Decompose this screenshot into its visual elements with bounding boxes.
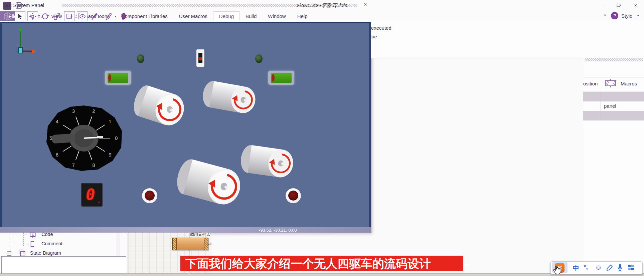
- select-cursor-icon[interactable]: [15, 11, 25, 21]
- solid-object-icon[interactable]: [118, 12, 128, 21]
- macro-label-cn: 调用元件宏: [190, 232, 211, 238]
- flowcode-window: ▾ Flowcode - 四驱车.fcfx – × FileEditViewCo…: [0, 0, 644, 276]
- 3d-panel-close-icon[interactable]: ✕: [363, 2, 367, 7]
- dial-number: 4: [56, 118, 58, 124]
- led-component[interactable]: [255, 54, 263, 63]
- dial-number: 3: [72, 108, 75, 114]
- pan-icon[interactable]: [27, 11, 38, 21]
- battery-component[interactable]: [268, 71, 294, 85]
- position-header-fragment: osition: [583, 81, 598, 86]
- push-button-component[interactable]: [142, 188, 157, 203]
- caret-down-icon[interactable]: ▾: [129, 15, 131, 18]
- orbit-rotate-icon[interactable]: [40, 12, 50, 21]
- ime-toolbar: S 中 °, ☺: [550, 261, 643, 274]
- tree-collapse-icon[interactable]: −: [7, 251, 11, 256]
- 3d-panel-toolbar: 3D ▾ ▾: [0, 11, 644, 22]
- microphone-icon[interactable]: [617, 264, 623, 273]
- panel-row-label[interactable]: panel: [604, 103, 616, 109]
- cursor-coordinates: -93.52, -30.21, 0.00: [259, 228, 297, 233]
- 3d-panel-title: 3D: System Panel: [4, 2, 44, 8]
- panel-drag-handle[interactable]: [62, 4, 357, 7]
- seven-segment-value: 0: [86, 186, 95, 204]
- dial-number: 2: [92, 108, 95, 114]
- caret-down-icon[interactable]: ▾: [115, 15, 116, 18]
- flow-component-macro[interactable]: [172, 238, 208, 250]
- caret-down-icon[interactable]: ▾: [101, 15, 102, 18]
- frame-target-icon[interactable]: [64, 11, 75, 21]
- svg-text:C: C: [32, 233, 34, 236]
- 3d-viewport[interactable]: 0123456789 0: [0, 22, 371, 227]
- ime-language-toggle[interactable]: 中: [573, 264, 579, 273]
- style-caret-icon[interactable]: ▾: [637, 14, 639, 17]
- table-row-band: [583, 92, 644, 101]
- tree-item-label: State Diagram: [30, 250, 61, 256]
- 3d-cube-icon: 3D: [3, 12, 13, 21]
- pen-icon[interactable]: [606, 264, 613, 272]
- macros-header[interactable]: Macros: [621, 81, 637, 86]
- dial-number: 6: [56, 152, 58, 158]
- 3d-panel-status-bar: -93.52, -30.21, 0.00: [0, 227, 371, 233]
- column-divider: [601, 92, 601, 120]
- dial-number: 8: [92, 162, 95, 168]
- subtitle-banner: 下面我们给大家介绍一个无人四驱车的流码设计: [180, 256, 463, 271]
- axis-gizmo-icon: [16, 26, 40, 55]
- dial-number: 5: [49, 135, 52, 141]
- seven-segment-display: 0: [81, 183, 103, 207]
- comment-icon: [29, 240, 37, 249]
- hand-cursor-icon: [553, 265, 563, 276]
- keyboard-grid-icon[interactable]: [628, 264, 634, 272]
- motor-component[interactable]: [199, 77, 260, 117]
- 3d-panel-title-bar[interactable]: 3D: System Panel ✕: [0, 0, 644, 11]
- help-icon[interactable]: ?: [611, 12, 618, 19]
- component-macro-icon: [604, 79, 617, 89]
- tree-item-label: Comment: [41, 241, 62, 246]
- table-row-band: [583, 111, 644, 120]
- battery-component[interactable]: [105, 71, 131, 85]
- dial-number: 0: [115, 135, 118, 141]
- explorer-preview-box: [1, 256, 126, 274]
- emoji-icon[interactable]: ☺: [595, 263, 602, 271]
- push-button-component[interactable]: [286, 188, 301, 203]
- ime-punctuation-toggle[interactable]: °,: [584, 263, 588, 271]
- motor-component[interactable]: [237, 142, 298, 181]
- motor-component[interactable]: [128, 81, 191, 133]
- dial-number: 9: [109, 152, 111, 158]
- svg-text:3D: 3D: [6, 17, 9, 19]
- eye-icon[interactable]: [77, 11, 88, 21]
- dial-number: 7: [72, 162, 75, 168]
- pencil-tool-icon[interactable]: [104, 12, 114, 21]
- dial-number: 1: [109, 118, 111, 124]
- macro-frag: lam: [207, 241, 211, 246]
- slide-switch-component[interactable]: [196, 49, 204, 67]
- rotary-switch-component[interactable]: 0123456789: [44, 105, 123, 172]
- style-button[interactable]: Style: [621, 13, 632, 19]
- cursor-dash: [464, 264, 469, 266]
- resize-panel-icon[interactable]: [52, 12, 62, 21]
- collapse-ribbon-icon[interactable]: ^: [604, 13, 606, 18]
- panel-drag-handle[interactable]: [585, 58, 643, 61]
- led-component[interactable]: [137, 54, 144, 63]
- taskbar-strip: [0, 273, 644, 276]
- motor-component[interactable]: [171, 154, 247, 212]
- probe-tool-icon[interactable]: [90, 12, 100, 21]
- properties-panel: osition Macros panel: [583, 21, 644, 273]
- 3d-system-panel-window[interactable]: 3D: System Panel ✕ 3D: [0, 0, 372, 233]
